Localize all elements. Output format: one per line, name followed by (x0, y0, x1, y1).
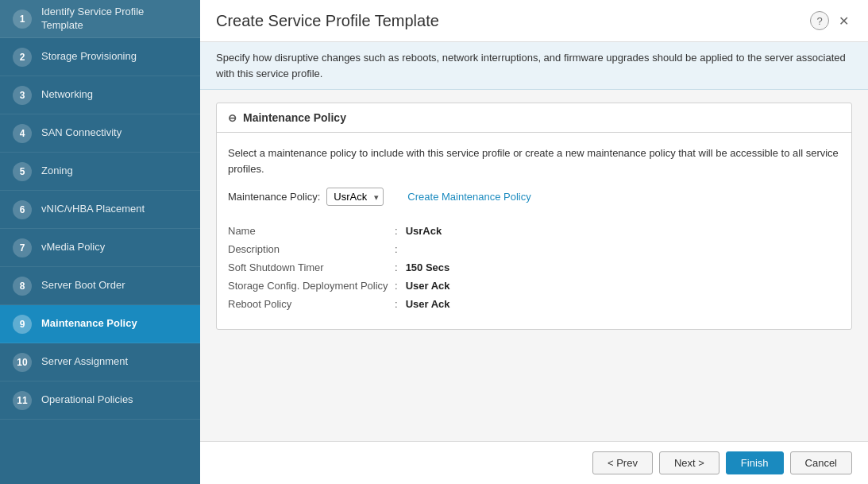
next-button[interactable]: Next > (659, 451, 719, 474)
create-policy-link[interactable]: Create Maintenance Policy (407, 191, 530, 203)
details-table: Name : UsrAck Description : Soft Shutdow… (228, 219, 840, 310)
finish-button[interactable]: Finish (726, 451, 784, 474)
sidebar-item-2[interactable]: 2 Storage Provisioning (0, 38, 200, 76)
detail-key-storage: Storage Config. Deployment Policy (228, 280, 395, 292)
detail-key-timer: Soft Shutdown Timer (228, 261, 395, 273)
sidebar-item-11[interactable]: 11 Operational Policies (0, 381, 200, 420)
sidebar-item-6[interactable]: 6 vNIC/vHBA Placement (0, 191, 200, 229)
maintenance-section: ⊖ Maintenance Policy Select a maintenanc… (216, 103, 852, 330)
dialog-footer: < Prev Next > Finish Cancel (200, 441, 868, 484)
step-num-2: 2 (13, 48, 32, 67)
section-title: Maintenance Policy (243, 111, 346, 124)
dialog-title: Create Service Profile Template (216, 12, 439, 30)
sidebar-item-9[interactable]: 9 Maintenance Policy (0, 305, 200, 343)
detail-key-name: Name (228, 225, 395, 237)
step-num-9: 9 (13, 315, 32, 334)
sidebar-label-10: Server Assignment (41, 355, 128, 369)
prev-button[interactable]: < Prev (592, 451, 653, 474)
detail-val-storage: User Ack (406, 280, 450, 292)
step-num-4: 4 (13, 124, 32, 143)
cancel-button[interactable]: Cancel (790, 451, 852, 474)
sidebar-label-11: Operational Policies (41, 393, 133, 407)
detail-row-reboot: Reboot Policy : User Ack (228, 298, 840, 310)
step-num-5: 5 (13, 162, 32, 181)
sidebar-item-1[interactable]: 1 Identify Service Profile Template (0, 0, 200, 38)
step-num-8: 8 (13, 277, 32, 296)
policy-label: Maintenance Policy: (228, 191, 320, 203)
sidebar-label-2: Storage Provisioning (41, 50, 137, 64)
step-num-6: 6 (13, 200, 32, 219)
collapse-icon: ⊖ (228, 112, 237, 124)
sidebar-label-7: vMedia Policy (41, 241, 105, 254)
main-content: Create Service Profile Template ? ✕ Spec… (200, 0, 868, 484)
sidebar-label-9: Maintenance Policy (41, 317, 137, 331)
step-num-7: 7 (13, 238, 32, 257)
sidebar-label-8: Server Boot Order (41, 279, 125, 292)
sidebar-item-3[interactable]: 3 Networking (0, 76, 200, 114)
sidebar-label-6: vNIC/vHBA Placement (41, 203, 145, 216)
sidebar-label-1: Identify Service Profile Template (41, 6, 187, 33)
section-description: Select a maintenance policy to include w… (228, 145, 840, 176)
close-button[interactable]: ✕ (835, 14, 852, 29)
sidebar-item-7[interactable]: 7 vMedia Policy (0, 229, 200, 267)
dialog-header: Create Service Profile Template ? ✕ (200, 0, 868, 42)
detail-row-storage: Storage Config. Deployment Policy : User… (228, 280, 840, 292)
sidebar-label-4: SAN Connectivity (41, 126, 122, 140)
sidebar-item-8[interactable]: 8 Server Boot Order (0, 267, 200, 305)
info-bar: Specify how disruptive changes such as r… (200, 42, 868, 90)
content-area: ⊖ Maintenance Policy Select a maintenanc… (200, 90, 868, 441)
detail-key-desc: Description (228, 243, 395, 255)
detail-val-timer: 150 Secs (406, 261, 450, 273)
sidebar: 1 Identify Service Profile Template 2 St… (0, 0, 200, 484)
step-num-3: 3 (13, 86, 32, 105)
step-num-11: 11 (13, 391, 32, 410)
sidebar-label-3: Networking (41, 88, 93, 102)
help-button[interactable]: ? (810, 11, 829, 30)
detail-val-reboot: User Ack (406, 298, 450, 310)
detail-row-desc: Description : (228, 243, 840, 255)
sidebar-item-10[interactable]: 10 Server Assignment (0, 343, 200, 381)
sidebar-label-5: Zoning (41, 165, 73, 178)
dialog-container: 1 Identify Service Profile Template 2 St… (0, 0, 868, 484)
step-num-10: 10 (13, 353, 32, 372)
detail-row-name: Name : UsrAck (228, 225, 840, 237)
sidebar-item-5[interactable]: 5 Zoning (0, 153, 200, 191)
step-num-1: 1 (13, 10, 32, 29)
policy-select-wrapper: UsrAck (326, 188, 384, 206)
sidebar-item-4[interactable]: 4 SAN Connectivity (0, 114, 200, 153)
detail-key-reboot: Reboot Policy (228, 298, 395, 310)
section-header[interactable]: ⊖ Maintenance Policy (217, 103, 851, 133)
section-body: Select a maintenance policy to include w… (217, 133, 851, 329)
policy-form-row: Maintenance Policy: UsrAck Create Mainte… (228, 188, 840, 206)
policy-select[interactable]: UsrAck (326, 188, 384, 206)
info-text: Specify how disruptive changes such as r… (216, 52, 846, 79)
header-icons: ? ✕ (810, 11, 852, 30)
detail-val-name: UsrAck (406, 225, 442, 237)
detail-row-timer: Soft Shutdown Timer : 150 Secs (228, 261, 840, 273)
